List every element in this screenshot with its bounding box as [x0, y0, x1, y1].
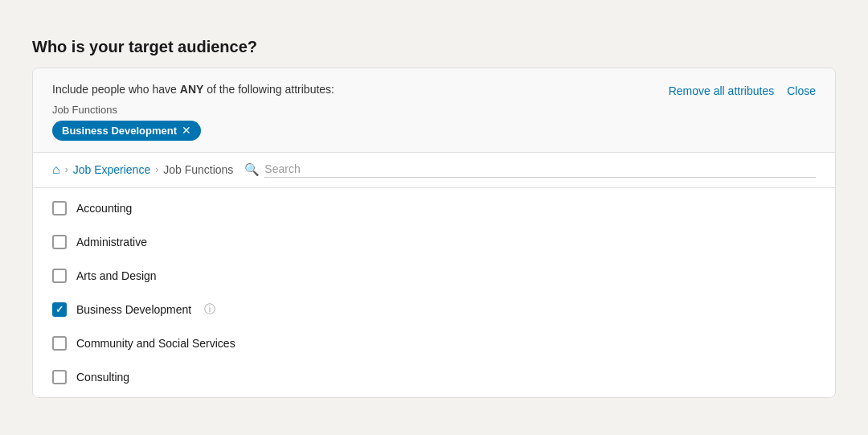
- search-area: 🔍: [244, 162, 816, 178]
- search-input[interactable]: [264, 162, 816, 178]
- list-item[interactable]: Community and Social Services: [33, 326, 835, 360]
- tag-business-development[interactable]: Business Development ✕: [52, 121, 201, 141]
- checkbox-accounting[interactable]: [52, 201, 67, 215]
- section-label: Job Functions: [52, 104, 669, 116]
- item-label-arts-and-design: Arts and Design: [76, 269, 157, 282]
- audience-card: Include people who have ANY of the follo…: [32, 68, 836, 398]
- breadcrumb-job-functions: Job Functions: [163, 163, 233, 176]
- checkbox-administrative[interactable]: [52, 235, 67, 249]
- tag-remove-icon[interactable]: ✕: [182, 125, 191, 136]
- breadcrumb-bar: ⌂ › Job Experience › Job Functions 🔍: [33, 153, 835, 188]
- card-header: Include people who have ANY of the follo…: [33, 68, 835, 153]
- home-icon[interactable]: ⌂: [52, 162, 60, 177]
- tag-label: Business Development: [62, 125, 177, 137]
- checkbox-community-social-services[interactable]: [52, 336, 67, 351]
- list-item[interactable]: Accounting: [33, 191, 835, 225]
- item-label-accounting: Accounting: [76, 202, 132, 215]
- list-item[interactable]: Consulting: [33, 360, 835, 394]
- page-title: Who is your target audience?: [32, 38, 836, 56]
- checkbox-business-development[interactable]: [52, 302, 67, 317]
- list-item[interactable]: Arts and Design: [33, 259, 835, 293]
- item-label-community-social-services: Community and Social Services: [76, 337, 235, 350]
- item-label-consulting: Consulting: [76, 371, 129, 384]
- close-button[interactable]: Close: [787, 84, 816, 97]
- checkbox-consulting[interactable]: [52, 370, 67, 384]
- header-actions: Remove all attributes Close: [669, 83, 816, 97]
- search-icon: 🔍: [244, 162, 260, 177]
- breadcrumb-sep-1: ›: [65, 164, 68, 175]
- list-area: Accounting Administrative Arts and Desig…: [33, 188, 835, 397]
- header-left: Include people who have ANY of the follo…: [52, 83, 669, 141]
- remove-all-button[interactable]: Remove all attributes: [669, 84, 775, 97]
- list-item[interactable]: Business Development ⓘ: [33, 293, 835, 326]
- checkbox-arts-and-design[interactable]: [52, 269, 67, 283]
- item-label-administrative: Administrative: [76, 236, 147, 248]
- breadcrumb-job-experience[interactable]: Job Experience: [73, 163, 151, 176]
- include-text: Include people who have ANY of the follo…: [52, 83, 669, 96]
- list-scroll[interactable]: Accounting Administrative Arts and Desig…: [33, 188, 835, 397]
- info-icon[interactable]: ⓘ: [204, 302, 215, 317]
- item-label-business-development: Business Development: [76, 303, 191, 316]
- tag-container: Business Development ✕: [52, 121, 669, 141]
- breadcrumb-sep-2: ›: [155, 164, 158, 175]
- list-item[interactable]: Administrative: [33, 225, 835, 259]
